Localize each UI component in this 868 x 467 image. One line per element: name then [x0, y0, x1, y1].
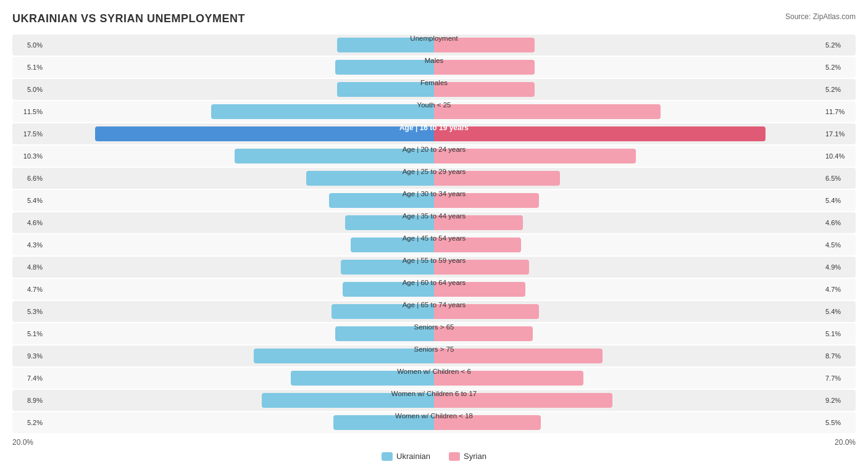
bar-label: Age | 65 to 74 years	[403, 301, 466, 308]
bar-value-left: 5.0%	[12, 41, 46, 49]
bar-value-left: 4.8%	[12, 263, 46, 271]
bar-label: Women w/ Children < 18	[395, 412, 473, 419]
bar-value-left: 10.3%	[12, 152, 46, 160]
bar-value-left: 6.6%	[12, 175, 46, 182]
bar-label: Seniors > 65	[414, 323, 454, 331]
bar-value-right: 4.7%	[822, 286, 856, 293]
bar-pink	[434, 82, 535, 97]
table-row: 4.3%Age | 45 to 54 years4.5%	[12, 234, 856, 255]
chart-container: UKRAINIAN VS SYRIAN UNEMPLOYMENT Source:…	[0, 0, 868, 467]
bar-value-left: 5.3%	[12, 308, 46, 315]
bar-label: Women w/ Children < 6	[397, 368, 471, 375]
table-row: 5.0%Unemployment5.2%	[12, 35, 856, 56]
chart-header: UKRAINIAN VS SYRIAN UNEMPLOYMENT Source:…	[12, 12, 856, 25]
table-row: 9.3%Seniors > 758.7%	[12, 345, 856, 366]
bar-value-left: 17.5%	[12, 130, 46, 138]
bar-value-right: 4.6%	[822, 219, 856, 226]
bar-value-right: 5.2%	[822, 41, 856, 49]
table-row: 10.3%Age | 20 to 24 years10.4%	[12, 146, 856, 167]
bar-value-right: 9.2%	[822, 397, 856, 404]
bar-blue	[254, 349, 434, 363]
table-row: 5.1%Males5.2%	[12, 57, 856, 78]
bar-label: Females	[420, 79, 448, 86]
table-row: 5.0%Females5.2%	[12, 79, 856, 100]
bar-value-right: 5.2%	[822, 64, 856, 71]
axis-left: 20.0%	[12, 438, 33, 447]
bar-value-left: 9.3%	[12, 352, 46, 360]
table-row: 5.3%Age | 65 to 74 years5.4%	[12, 301, 856, 322]
bar-value-right: 17.1%	[822, 130, 856, 138]
bar-value-right: 5.1%	[822, 330, 856, 337]
bar-value-left: 5.4%	[12, 197, 46, 204]
legend-color-syrian	[449, 452, 460, 461]
bar-label: Seniors > 75	[414, 345, 454, 353]
bar-pink	[434, 349, 603, 363]
table-row: 11.5%Youth < 2511.7%	[12, 101, 856, 122]
bar-value-left: 4.3%	[12, 241, 46, 249]
legend-color-ukrainian	[382, 452, 393, 461]
bar-value-left: 11.5%	[12, 108, 46, 115]
legend: Ukrainian Syrian	[12, 452, 856, 461]
bar-blue	[337, 82, 434, 97]
bar-label: Youth < 25	[417, 101, 451, 109]
bar-label: Age | 55 to 59 years	[403, 257, 466, 264]
table-row: 4.7%Age | 60 to 64 years4.7%	[12, 279, 856, 300]
legend-label-syrian: Syrian	[464, 452, 486, 461]
bar-value-left: 5.0%	[12, 86, 46, 93]
bar-value-right: 8.7%	[822, 352, 856, 360]
chart-source: Source: ZipAtlas.com	[785, 12, 856, 21]
bar-blue	[211, 104, 434, 119]
bar-value-right: 4.5%	[822, 241, 856, 249]
bar-value-right: 5.5%	[822, 419, 856, 426]
bar-value-left: 4.7%	[12, 286, 46, 293]
bar-value-right: 7.7%	[822, 374, 856, 382]
bar-value-left: 5.2%	[12, 419, 46, 426]
bar-value-left: 5.1%	[12, 330, 46, 337]
legend-item-ukrainian: Ukrainian	[382, 452, 430, 461]
legend-label-ukrainian: Ukrainian	[396, 452, 430, 461]
bar-pink	[434, 126, 766, 141]
bar-label: Age | 45 to 54 years	[403, 234, 466, 242]
bar-value-left: 5.1%	[12, 64, 46, 71]
bar-value-right: 10.4%	[822, 152, 856, 160]
bar-label: Age | 30 to 34 years	[403, 190, 466, 197]
table-row: 5.4%Age | 30 to 34 years5.4%	[12, 190, 856, 211]
bar-value-left: 7.4%	[12, 374, 46, 382]
bar-label: Age | 16 to 19 years	[399, 123, 469, 132]
bar-value-right: 5.4%	[822, 197, 856, 204]
table-row: 5.1%Seniors > 655.1%	[12, 323, 856, 344]
axis-row: 20.0% 20.0%	[12, 438, 856, 447]
legend-item-syrian: Syrian	[449, 452, 486, 461]
table-row: 17.5%Age | 16 to 19 years17.1%	[12, 123, 856, 144]
table-row: 7.4%Women w/ Children < 67.7%	[12, 368, 856, 389]
axis-right: 20.0%	[835, 438, 856, 447]
bar-value-left: 4.6%	[12, 219, 46, 226]
bar-label: Unemployment	[410, 35, 457, 42]
bar-value-right: 5.2%	[822, 86, 856, 93]
bar-label: Age | 25 to 29 years	[403, 168, 466, 175]
chart-title: UKRAINIAN VS SYRIAN UNEMPLOYMENT	[12, 12, 245, 25]
bar-pink	[434, 104, 661, 119]
bar-label: Age | 60 to 64 years	[403, 279, 466, 286]
bar-label: Males	[425, 57, 444, 64]
table-row: 4.8%Age | 55 to 59 years4.9%	[12, 257, 856, 278]
bar-value-right: 4.9%	[822, 263, 856, 271]
bar-value-right: 6.5%	[822, 175, 856, 182]
bar-label: Women w/ Children 6 to 17	[391, 390, 477, 397]
bar-value-right: 5.4%	[822, 308, 856, 315]
bar-pink	[434, 60, 535, 75]
chart-body: 5.0%Unemployment5.2%5.1%Males5.2%5.0%Fem…	[12, 35, 856, 433]
bar-value-right: 11.7%	[822, 108, 856, 115]
bar-label: Age | 35 to 44 years	[403, 212, 466, 220]
table-row: 4.6%Age | 35 to 44 years4.6%	[12, 212, 856, 233]
bar-blue	[95, 126, 435, 141]
table-row: 5.2%Women w/ Children < 185.5%	[12, 412, 856, 433]
table-row: 6.6%Age | 25 to 29 years6.5%	[12, 168, 856, 189]
bar-value-left: 8.9%	[12, 397, 46, 404]
bar-label: Age | 20 to 24 years	[403, 146, 466, 153]
table-row: 8.9%Women w/ Children 6 to 179.2%	[12, 390, 856, 411]
bar-blue	[335, 60, 434, 75]
